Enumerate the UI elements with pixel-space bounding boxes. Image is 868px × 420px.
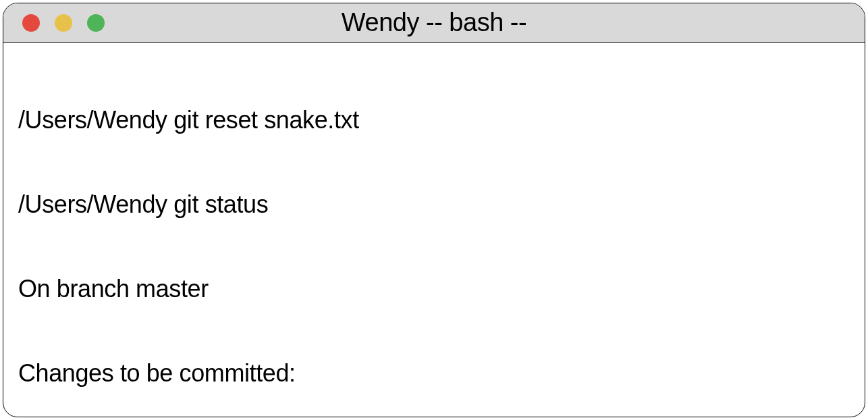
output-line: On branch master <box>18 275 850 303</box>
terminal-window: Wendy -- bash -- /Users/Wendy git reset … <box>3 3 865 417</box>
window-title: Wendy -- bash -- <box>3 8 865 37</box>
output-line: Changes to be committed: <box>18 359 850 388</box>
output-line: /Users/Wendy git reset snake.txt <box>18 106 850 134</box>
titlebar: Wendy -- bash -- <box>3 3 865 43</box>
terminal-output[interactable]: /Users/Wendy git reset snake.txt /Users/… <box>3 43 865 417</box>
zoom-icon[interactable] <box>87 14 105 32</box>
close-icon[interactable] <box>22 14 40 32</box>
output-line: /Users/Wendy git status <box>18 190 850 219</box>
minimize-icon[interactable] <box>55 14 72 32</box>
window-controls <box>3 14 105 32</box>
